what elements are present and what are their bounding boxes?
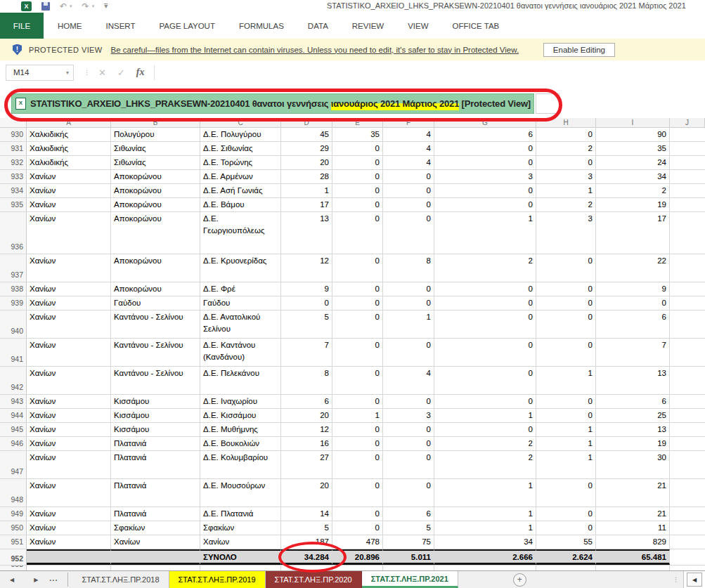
cell-region[interactable]: Χαλκιδικής — [27, 128, 111, 141]
cell-value[interactable]: 1 — [536, 437, 596, 450]
cell-value[interactable]: 0 — [434, 156, 536, 169]
cell-empty[interactable] — [670, 184, 705, 197]
cell-value[interactable]: 13 — [596, 423, 670, 436]
cell-value[interactable]: 0 — [536, 296, 596, 310]
cell-value[interactable]: 5 — [281, 521, 332, 535]
cell-empty[interactable] — [670, 311, 705, 338]
cell-value[interactable]: 0 — [536, 254, 596, 282]
cell-value[interactable]: 0 — [434, 142, 536, 155]
total-value[interactable]: 65.481 — [596, 549, 670, 565]
cell-empty[interactable] — [27, 566, 111, 570]
insert-function-icon[interactable]: fx — [136, 67, 145, 78]
cell-region[interactable]: Χανίων — [27, 521, 111, 535]
cell-empty[interactable] — [670, 535, 705, 549]
cell-empty[interactable] — [670, 395, 705, 408]
horizontal-scrollbar[interactable]: ◀ — [683, 571, 705, 588]
cell-value[interactable]: 90 — [596, 128, 670, 141]
cell-district[interactable]: Δ.Ε. Κολυμβαρίου — [200, 451, 281, 478]
cell-value[interactable]: 0 — [383, 395, 434, 408]
cell-district[interactable]: Σφακίων — [200, 521, 281, 535]
cell-value[interactable]: 1 — [536, 184, 596, 197]
name-box-dropdown-icon[interactable]: ▾ — [61, 70, 73, 76]
cell-value[interactable]: 7 — [281, 339, 332, 366]
cell-value[interactable]: 6 — [596, 395, 670, 408]
cell-value[interactable]: 1 — [536, 451, 596, 478]
cell-region[interactable]: Χανίων — [27, 409, 111, 422]
cell-value[interactable]: 16 — [281, 437, 332, 450]
cell-municipality[interactable]: Κισσάμου — [111, 423, 200, 436]
ribbon-tab-review[interactable]: REVIEW — [340, 13, 396, 39]
cell-value[interactable]: 3 — [383, 409, 434, 422]
cell-value[interactable]: 28 — [281, 170, 332, 183]
cell-district[interactable]: Δ.Ε. Κισσάμου — [200, 409, 281, 422]
cell-value[interactable]: 27 — [281, 451, 332, 478]
formula-input[interactable] — [154, 65, 705, 80]
cell-value[interactable]: 21 — [596, 507, 670, 521]
cell-value[interactable]: 29 — [281, 142, 332, 155]
column-header-C[interactable]: C — [200, 118, 281, 127]
cell-value[interactable]: 0 — [332, 156, 383, 169]
cell-value[interactable]: 0 — [536, 395, 596, 408]
cell-value[interactable]: 1 — [434, 409, 536, 422]
cell-value[interactable]: 9 — [281, 282, 332, 296]
cell-empty[interactable] — [670, 339, 705, 366]
cell-value[interactable]: 0 — [383, 184, 434, 197]
row-header[interactable]: 938 — [0, 282, 27, 296]
cell-empty[interactable] — [111, 566, 200, 570]
cell-empty[interactable] — [670, 367, 705, 394]
row-header[interactable]: 947 — [0, 451, 27, 478]
column-header-B[interactable]: B — [111, 118, 200, 127]
row-header[interactable]: 943 — [0, 395, 27, 408]
total-value[interactable]: 5.011 — [383, 549, 434, 565]
cell-district[interactable]: Δ.Ε. Γεωργιουπόλεως — [200, 212, 281, 254]
cell-region[interactable]: Χανίων — [27, 437, 111, 450]
cell-municipality[interactable]: Αποκορώνου — [111, 198, 200, 211]
cell-value[interactable]: 0 — [536, 311, 596, 338]
cell-value[interactable]: 1 — [332, 409, 383, 422]
cell-value[interactable]: 21 — [596, 479, 670, 507]
cell-region[interactable]: Χανίων — [27, 479, 111, 507]
cell-value[interactable]: 0 — [536, 409, 596, 422]
cell-value[interactable]: 0 — [536, 282, 596, 296]
row-header[interactable]: 934 — [0, 184, 27, 197]
cell-region[interactable]: Χανίων — [27, 254, 111, 282]
cell-district[interactable]: Δ.Ε. Αρμένων — [200, 170, 281, 183]
cell-value[interactable]: 0 — [383, 423, 434, 436]
cell-value[interactable]: 1 — [434, 521, 536, 535]
cell-value[interactable]: 0 — [281, 296, 332, 310]
cell-value[interactable]: 0 — [434, 311, 536, 338]
cell-value[interactable]: 0 — [383, 479, 434, 507]
cell-value[interactable]: 0 — [383, 212, 434, 254]
cell-value[interactable]: 0 — [383, 282, 434, 296]
cell-value[interactable]: 0 — [383, 339, 434, 366]
cell-value[interactable]: 0 — [536, 507, 596, 521]
cell-district[interactable]: Δ.Ε. Σιθωνίας — [200, 142, 281, 155]
cell-value[interactable]: 35 — [332, 128, 383, 141]
cell-value[interactable]: 0 — [332, 212, 383, 254]
cell-value[interactable]: 25 — [596, 409, 670, 422]
cell-municipality[interactable]: Αποκορώνου — [111, 254, 200, 282]
cell-value[interactable]: 0 — [536, 128, 596, 141]
column-header-I[interactable]: I — [596, 118, 670, 127]
ribbon-tab-insert[interactable]: INSERT — [94, 13, 148, 39]
cell-value[interactable]: 6 — [596, 311, 670, 338]
cell-empty[interactable] — [536, 566, 596, 570]
cell-value[interactable]: 1 — [383, 311, 434, 338]
cell-value[interactable]: 3 — [536, 170, 596, 183]
row-header[interactable]: 953 — [0, 566, 27, 570]
cell-value[interactable]: 22 — [596, 254, 670, 282]
ribbon-tab-home[interactable]: HOME — [46, 13, 94, 39]
cell-value[interactable]: 0 — [332, 296, 383, 310]
column-header-H[interactable]: H — [536, 118, 596, 127]
redo-icon[interactable]: ↷ — [82, 2, 89, 11]
cell-empty[interactable] — [670, 549, 705, 565]
row-header[interactable]: 941 — [0, 339, 27, 366]
cell-empty[interactable] — [670, 170, 705, 183]
cell-value[interactable]: 24 — [596, 156, 670, 169]
cell-value[interactable]: 4 — [383, 156, 434, 169]
row-header[interactable]: 940 — [0, 311, 27, 338]
cell-value[interactable]: 20 — [281, 409, 332, 422]
cell-value[interactable]: 2 — [434, 437, 536, 450]
row-header[interactable]: 952 — [0, 549, 27, 565]
row-header[interactable]: 948 — [0, 479, 27, 507]
